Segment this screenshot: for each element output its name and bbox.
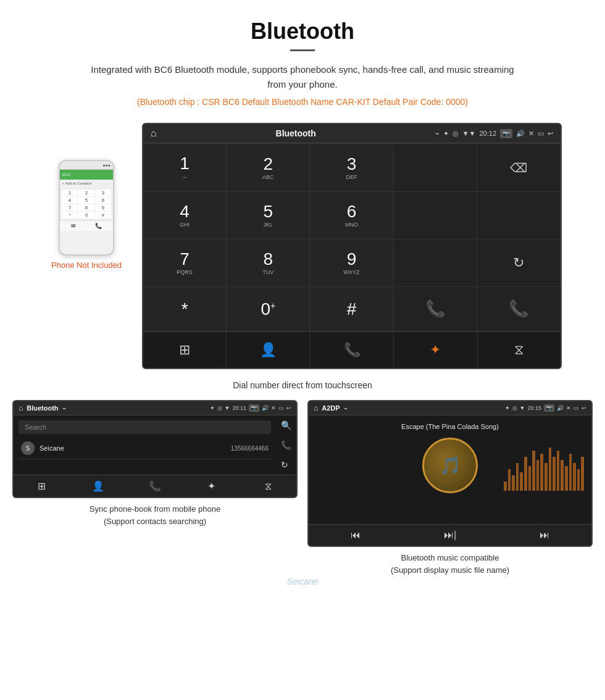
phone-msg-icon: ✉ bbox=[71, 223, 76, 229]
pb-location-icon: ◎ bbox=[217, 405, 222, 411]
contact-name: Seicane bbox=[40, 444, 231, 452]
a2dp-spacer bbox=[316, 498, 584, 517]
bluetooth-button[interactable]: ✦ bbox=[394, 332, 477, 368]
screen-icon[interactable]: ▭ bbox=[538, 130, 544, 138]
a2dp-statusbar: ⌂ A2DP ⌁ ✦ ◎ ▼ 20:15 📷 🔊 ✕ ▭ ↩ bbox=[309, 401, 591, 415]
link-button[interactable]: ⧖ bbox=[478, 332, 561, 368]
signal-icon: ▼▼ bbox=[462, 130, 476, 137]
back-icon[interactable]: ↩ bbox=[548, 130, 553, 138]
phone-mockup-area: ●●● M:22 + Add to Contacts 1 2 3 4 5 6 7… bbox=[43, 123, 130, 270]
dial-key-1[interactable]: 1 ⌣ bbox=[143, 144, 227, 192]
volume-icon[interactable]: 🔊 bbox=[516, 130, 525, 138]
dialpad-mode-button[interactable]: ⊞ bbox=[143, 332, 227, 368]
phonebook-content: Search S Seicane 13566664466 bbox=[14, 415, 276, 475]
a2dp-home-icon[interactable]: ⌂ bbox=[314, 404, 318, 412]
car-screen-main: ⌂ Bluetooth ⌁ ✦ ◎ ▼▼ 20:12 📷 🔊 ✕ ▭ ↩ 1 ⌣ bbox=[142, 123, 562, 369]
dial-empty-r3c4 bbox=[394, 240, 477, 287]
statusbar-right-main: ⌁ ✦ ◎ ▼▼ 20:12 📷 🔊 ✕ ▭ ↩ bbox=[435, 129, 553, 138]
pb-volume-icon[interactable]: 🔊 bbox=[262, 405, 269, 411]
camera-icon[interactable]: 📷 bbox=[500, 129, 512, 138]
pb-usb-icon: ⌁ bbox=[62, 405, 66, 412]
x-icon[interactable]: ✕ bbox=[528, 130, 534, 138]
pb-toolbar-bt[interactable]: ✦ bbox=[183, 480, 240, 492]
prev-track-button[interactable]: ⏮ bbox=[351, 530, 361, 541]
a2dp-x-icon[interactable]: ✕ bbox=[566, 405, 571, 411]
pb-refresh-icon[interactable]: ↻ bbox=[281, 460, 291, 470]
pb-toolbar-person[interactable]: 👤 bbox=[70, 480, 127, 492]
dial-key-0[interactable]: 0+ bbox=[227, 287, 310, 331]
phonebook-statusbar: ⌂ Bluetooth ⌁ ✦ ◎ ▼ 20:11 📷 🔊 ✕ ▭ ↩ bbox=[14, 401, 296, 415]
a2dp-volume-icon[interactable]: 🔊 bbox=[557, 405, 564, 411]
pb-toolbar-grid[interactable]: ⊞ bbox=[14, 480, 70, 492]
pb-search-icon[interactable]: 🔍 bbox=[281, 420, 291, 430]
dial-key-4[interactable]: 4 GHI bbox=[143, 192, 227, 240]
phone-key-0: 0 bbox=[78, 212, 94, 219]
dial-refresh-cell[interactable]: ↻ bbox=[477, 240, 561, 287]
search-placeholder: Search bbox=[25, 423, 46, 431]
dial-key-6[interactable]: 6 MNO bbox=[310, 192, 393, 240]
phone-green-bar: M:22 bbox=[60, 170, 113, 180]
pb-statusbar-right: ✦ ◎ ▼ 20:11 📷 🔊 ✕ ▭ ↩ bbox=[210, 404, 291, 412]
phone-not-included-label: Phone Not Included bbox=[51, 260, 122, 270]
contact-row-seicane[interactable]: S Seicane 13566664466 bbox=[19, 438, 271, 459]
a2dp-back-icon[interactable]: ↩ bbox=[582, 405, 586, 411]
bluetooth-specs: (Bluetooth chip : CSR BC6 Default Blueto… bbox=[12, 97, 593, 107]
a2dp-bt-icon: ✦ bbox=[505, 405, 510, 411]
pb-x-icon[interactable]: ✕ bbox=[271, 405, 276, 411]
a2dp-statusbar-left: ⌂ A2DP ⌁ bbox=[314, 404, 348, 412]
phonebook-screenshot: ⌂ Bluetooth ⌁ ✦ ◎ ▼ 20:11 📷 🔊 ✕ ▭ ↩ bbox=[12, 400, 298, 576]
home-icon[interactable]: ⌂ bbox=[151, 128, 157, 139]
eq-bars bbox=[504, 438, 584, 493]
refresh-icon: ↻ bbox=[513, 255, 524, 271]
a2dp-camera-icon[interactable]: 📷 bbox=[544, 404, 554, 412]
music-note-icon: 🎵 bbox=[440, 456, 461, 476]
a2dp-screen-icon[interactable]: ▭ bbox=[574, 405, 579, 411]
phone-dialpad: 1 2 3 4 5 6 7 8 9 * 0 # bbox=[60, 188, 113, 220]
a2dp-signal-icon: ▼ bbox=[520, 405, 525, 411]
dial-backspace-cell[interactable]: ⌫ bbox=[477, 144, 561, 192]
pb-screen-icon[interactable]: ▭ bbox=[278, 405, 284, 411]
pb-toolbar-link[interactable]: ⧖ bbox=[240, 480, 296, 492]
a2dp-title: A2DP bbox=[322, 404, 340, 412]
recent-calls-button[interactable]: 📞 bbox=[311, 332, 394, 368]
call-red-icon: 📞 bbox=[509, 299, 528, 319]
next-track-button[interactable]: ⏭ bbox=[540, 530, 549, 541]
phone-key-1: 1 bbox=[62, 190, 78, 196]
dial-key-star[interactable]: * bbox=[143, 287, 227, 331]
pb-toolbar-phone[interactable]: 📞 bbox=[127, 480, 183, 492]
dial-key-7[interactable]: 7 PQRS bbox=[143, 240, 227, 287]
pb-home-icon[interactable]: ⌂ bbox=[19, 404, 23, 412]
phone-key-7: 7 bbox=[62, 204, 78, 211]
phonebook-caption: Sync phone-book from mobile phone (Suppo… bbox=[90, 503, 220, 527]
watermark-area: Seicane bbox=[0, 576, 605, 593]
dial-key-5[interactable]: 5 JKL bbox=[227, 192, 310, 240]
contacts-button[interactable]: 👤 bbox=[227, 332, 310, 368]
dial-call-red-cell[interactable]: 📞 bbox=[477, 287, 561, 331]
phone-call-icon: 📞 bbox=[95, 223, 102, 229]
a2dp-location-icon: ◎ bbox=[512, 405, 517, 411]
page-title: Bluetooth bbox=[12, 19, 593, 44]
dial-call-green-cell[interactable]: 📞 bbox=[394, 287, 477, 331]
pb-camera-icon[interactable]: 📷 bbox=[249, 404, 259, 412]
phone-key-9: 9 bbox=[95, 204, 111, 211]
contact-avatar-s: S bbox=[21, 441, 35, 455]
statusbar-title-main: Bluetooth bbox=[276, 128, 316, 138]
phone-mockup: ●●● M:22 + Add to Contacts 1 2 3 4 5 6 7… bbox=[59, 160, 114, 256]
play-pause-button[interactable]: ⏭| bbox=[444, 530, 456, 541]
phone-add-contact: + Add to Contacts bbox=[60, 180, 113, 188]
seicane-watermark: Seicane bbox=[287, 577, 319, 586]
pb-phone-icon[interactable]: 📞 bbox=[281, 440, 291, 450]
link-icon: ⧖ bbox=[514, 342, 524, 358]
bt-icon-status: ✦ bbox=[443, 130, 449, 138]
dial-key-hash[interactable]: # bbox=[310, 287, 393, 331]
dial-key-9[interactable]: 9 WXYZ bbox=[310, 240, 393, 287]
main-caption: Dial number direct from touchscreen bbox=[0, 375, 605, 400]
dial-key-3[interactable]: 3 DEF bbox=[310, 144, 393, 192]
bottom-screenshots: ⌂ Bluetooth ⌁ ✦ ◎ ▼ 20:11 📷 🔊 ✕ ▭ ↩ bbox=[0, 400, 605, 588]
pb-back-icon[interactable]: ↩ bbox=[286, 405, 291, 411]
search-bar[interactable]: Search bbox=[19, 420, 271, 434]
pb-side-icons: 🔍 📞 ↻ bbox=[276, 415, 296, 475]
car-statusbar-main: ⌂ Bluetooth ⌁ ✦ ◎ ▼▼ 20:12 📷 🔊 ✕ ▭ ↩ bbox=[143, 124, 561, 143]
dial-key-2[interactable]: 2 ABC bbox=[227, 144, 310, 192]
dial-key-8[interactable]: 8 TUV bbox=[227, 240, 310, 287]
